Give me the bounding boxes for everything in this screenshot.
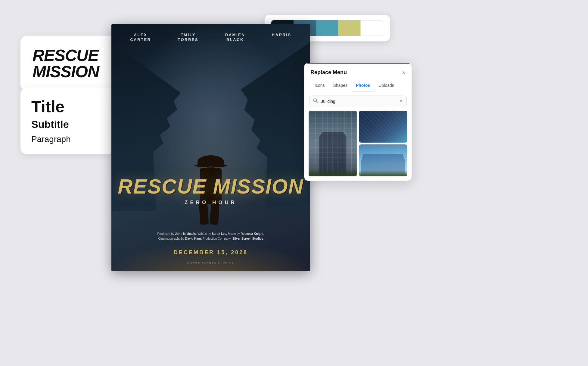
close-button[interactable]: × bbox=[402, 70, 406, 76]
text-subtitle-label: Subtitle bbox=[31, 118, 103, 130]
rescue-mission-title: RESCUE MISSION bbox=[33, 46, 99, 80]
search-input[interactable] bbox=[320, 99, 397, 104]
svg-line-1 bbox=[316, 101, 318, 103]
poster-cast: ALEXCARTER EMILYTORRES DAMIENBLACK HARRI… bbox=[111, 33, 310, 43]
cast-damien: DAMIENBLACK bbox=[225, 33, 245, 43]
replace-tabs: Icons Shapes Photos Uploads bbox=[304, 80, 412, 91]
tab-uploads[interactable]: Uploads bbox=[374, 80, 398, 91]
cast-emily: EMILYTORRES bbox=[178, 33, 198, 43]
tab-icons[interactable]: Icons bbox=[310, 80, 329, 91]
photo-glass-skyscraper[interactable] bbox=[359, 111, 407, 143]
building-landscape bbox=[309, 168, 357, 176]
tab-shapes[interactable]: Shapes bbox=[329, 80, 351, 91]
replace-menu-header: Replace Menu × bbox=[304, 63, 412, 80]
palette-swatch-teal[interactable] bbox=[316, 20, 338, 36]
palette-swatch-white[interactable] bbox=[360, 20, 383, 36]
poster-main-title: RESCUE MISSION bbox=[111, 176, 310, 197]
poster-credits: Produced by John Michaels, Written by Sa… bbox=[111, 232, 310, 241]
movie-poster: ALEXCARTER EMILYTORRES DAMIENBLACK HARRI… bbox=[111, 24, 310, 271]
poster-sub-title: ZERO HOUR bbox=[111, 200, 310, 206]
photo-lowrise-building[interactable] bbox=[359, 144, 407, 176]
text-title-label: Title bbox=[31, 98, 103, 115]
search-icon bbox=[313, 98, 318, 104]
cast-harris: HARRIS bbox=[272, 33, 291, 43]
palette-swatch-olive[interactable] bbox=[338, 20, 360, 36]
replace-menu-title: Replace Menu bbox=[310, 69, 347, 76]
photo-grid bbox=[304, 111, 412, 181]
text-styles-card: Title Subtitle Paragraph bbox=[20, 87, 114, 154]
poster-studio: Silver Screen Studios bbox=[111, 261, 310, 264]
search-bar[interactable]: ✕ bbox=[309, 96, 407, 107]
photo-office-building[interactable] bbox=[309, 111, 357, 176]
text-paragraph-label: Paragraph bbox=[31, 134, 103, 144]
tab-photos[interactable]: Photos bbox=[352, 80, 374, 91]
clear-search-button[interactable]: ✕ bbox=[399, 98, 403, 104]
poster-release-date: DECEMBER 15, 2028 bbox=[111, 249, 310, 256]
landscape-c bbox=[359, 170, 407, 176]
replace-menu-panel: Replace Menu × Icons Shapes Photos Uploa… bbox=[304, 63, 412, 181]
building-windows-a bbox=[309, 111, 357, 176]
glass-pattern-b bbox=[359, 111, 407, 143]
cast-alex: ALEXCARTER bbox=[130, 33, 151, 43]
